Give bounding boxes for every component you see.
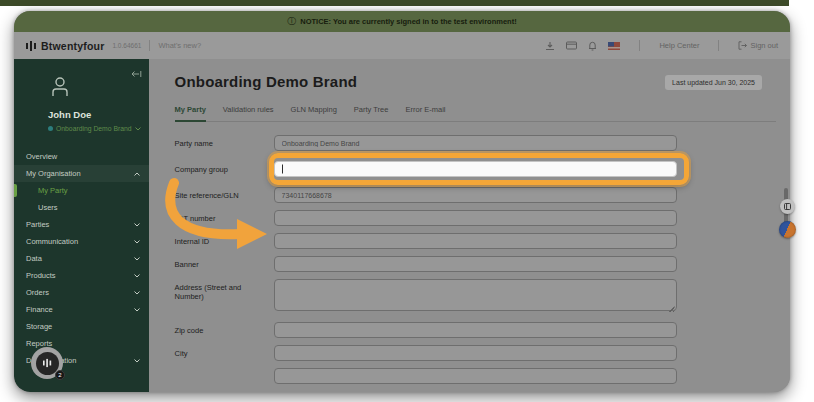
sidebar-item-users[interactable]: Users xyxy=(14,199,149,216)
sidebar-item-communication[interactable]: Communication xyxy=(14,233,149,250)
info-icon: ⓘ xyxy=(287,17,296,26)
chevron-down-icon xyxy=(134,359,140,363)
form-row-party-name: Party name xyxy=(175,135,677,151)
banner-input[interactable] xyxy=(274,256,677,272)
form-row-vat-number: VAT number xyxy=(175,210,677,226)
reader-panel-icon[interactable] xyxy=(780,199,795,214)
sign-out-button[interactable]: Sign out xyxy=(738,41,778,50)
cutoff-input[interactable] xyxy=(274,368,677,384)
translate-globe-icon[interactable] xyxy=(779,221,796,238)
page-title: Onboarding Demo Brand xyxy=(175,73,358,90)
chevron-down-icon xyxy=(134,240,140,244)
sidebar-collapse-icon[interactable] xyxy=(131,64,142,82)
screenshot-stage: ⓘ NOTICE: You are currently signed in to… xyxy=(0,0,814,402)
org-label: Onboarding Demo Brand xyxy=(56,125,132,132)
vat-number-input[interactable] xyxy=(274,210,677,226)
sidebar-item-data[interactable]: Data xyxy=(14,250,149,267)
divider xyxy=(639,40,640,51)
sidebar-item-finance[interactable]: Finance xyxy=(14,301,149,318)
site-reference-gln-input[interactable] xyxy=(274,187,677,203)
field-label: Party name xyxy=(175,139,274,148)
address-textarea[interactable] xyxy=(274,279,677,311)
notice-text: NOTICE: You are currently signed in to t… xyxy=(300,17,516,26)
field-label: Internal ID xyxy=(175,237,274,246)
tab-validation-rules[interactable]: Validation rules xyxy=(223,105,274,121)
language-flag-icon[interactable] xyxy=(608,42,620,50)
help-center-link[interactable]: Help Center xyxy=(659,41,699,50)
sidebar-item-overview[interactable]: Overview xyxy=(14,148,149,165)
assistant-widget-button[interactable]: 2 xyxy=(31,347,63,379)
chevron-down-icon xyxy=(134,223,140,227)
sidebar-item-parties[interactable]: Parties xyxy=(14,216,149,233)
party-form: Party name Company group Site reference/… xyxy=(175,135,677,384)
chevron-down-icon xyxy=(135,127,141,131)
brand-name: Btwentyfour xyxy=(41,40,104,52)
form-row-cutoff xyxy=(175,368,677,384)
form-row-company-group: Company group xyxy=(175,161,677,177)
tab-party-tree[interactable]: Party Tree xyxy=(354,105,389,121)
field-label: Address (Street and Number) xyxy=(175,283,274,301)
page-header: Onboarding Demo Brand Last updated Jun 3… xyxy=(175,73,790,90)
sign-out-icon xyxy=(738,41,747,50)
user-section: John Doe Onboarding Demo Brand xyxy=(14,63,149,140)
whats-new-link[interactable]: What's new? xyxy=(158,41,201,50)
tab-gln-mapping[interactable]: GLN Mapping xyxy=(291,105,337,121)
chevron-down-icon xyxy=(134,257,140,261)
download-icon[interactable] xyxy=(545,41,555,51)
field-label: VAT number xyxy=(175,214,274,223)
field-label: Site reference/GLN xyxy=(175,191,274,200)
window-body: John Doe Onboarding Demo Brand Overview … xyxy=(14,59,790,392)
sidebar-item-orders[interactable]: Orders xyxy=(14,284,149,301)
field-label: Zip code xyxy=(175,326,274,335)
field-label: Banner xyxy=(175,260,274,269)
chevron-up-icon xyxy=(134,172,140,176)
divider xyxy=(718,40,719,51)
top-navigation-bar: Btwentyfour 1.0.64661 What's new? xyxy=(14,32,790,59)
zip-code-input[interactable] xyxy=(274,322,677,338)
form-row-address: Address (Street and Number) xyxy=(175,279,677,315)
field-label: Company group xyxy=(175,165,274,174)
tab-bar: My Party Validation rules GLN Mapping Pa… xyxy=(175,105,776,122)
notification-badge: 2 xyxy=(55,370,65,380)
app-window: ⓘ NOTICE: You are currently signed in to… xyxy=(14,11,790,392)
chevron-down-icon xyxy=(134,274,140,278)
sidebar: John Doe Onboarding Demo Brand Overview … xyxy=(14,59,149,392)
sidebar-item-storage[interactable]: Storage xyxy=(14,318,149,335)
divider xyxy=(149,40,150,51)
user-name: John Doe xyxy=(48,109,141,120)
sidebar-item-my-party[interactable]: My Party xyxy=(14,182,149,199)
avatar-icon xyxy=(48,75,72,99)
header-actions: Help Center Sign out xyxy=(545,40,778,51)
app-version: 1.0.64661 xyxy=(112,42,141,49)
environment-notice-bar: ⓘ NOTICE: You are currently signed in to… xyxy=(14,11,790,32)
chevron-down-icon xyxy=(134,291,140,295)
btwentyfour-logo-icon xyxy=(26,40,37,52)
company-group-input[interactable] xyxy=(274,161,677,177)
sidebar-item-products[interactable]: Products xyxy=(14,267,149,284)
form-row-zip-code: Zip code xyxy=(175,322,677,338)
form-row-city: City xyxy=(175,345,677,361)
org-status-dot xyxy=(48,126,53,131)
sidebar-item-reports[interactable]: Reports xyxy=(14,335,149,352)
org-selector[interactable]: Onboarding Demo Brand xyxy=(48,125,141,132)
form-row-internal-id: Internal ID xyxy=(175,233,677,249)
tab-my-party[interactable]: My Party xyxy=(175,105,206,122)
main-content: Onboarding Demo Brand Last updated Jun 3… xyxy=(149,59,790,392)
internal-id-input[interactable] xyxy=(274,233,677,249)
sidebar-item-my-organisation[interactable]: My Organisation xyxy=(14,165,149,182)
text-cursor xyxy=(282,165,283,174)
form-row-banner: Banner xyxy=(175,256,677,272)
chevron-down-icon xyxy=(134,308,140,312)
sidebar-nav: Overview My Organisation My Party Users … xyxy=(14,148,149,369)
form-row-site-reference: Site reference/GLN xyxy=(175,187,677,203)
city-input[interactable] xyxy=(274,345,677,361)
top-cutoff-strip xyxy=(0,0,789,6)
field-label: City xyxy=(175,349,274,358)
tab-error-email[interactable]: Error E-mail xyxy=(405,105,445,121)
notifications-bell-icon[interactable] xyxy=(588,41,597,51)
last-updated-badge: Last updated Jun 30, 2025 xyxy=(665,75,762,90)
brand-logo[interactable]: Btwentyfour xyxy=(26,40,104,52)
active-indicator xyxy=(14,184,17,197)
party-name-input[interactable] xyxy=(274,135,677,151)
card-icon[interactable] xyxy=(566,41,577,50)
